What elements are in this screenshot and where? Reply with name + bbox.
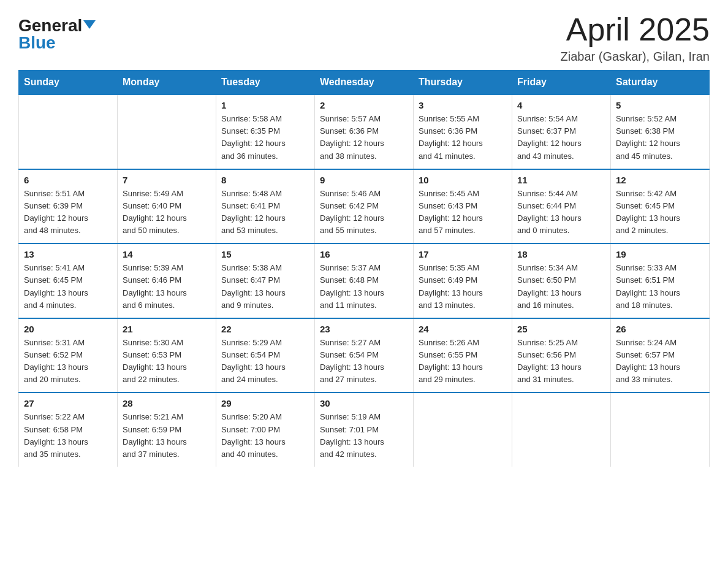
day-cell: 17Sunrise: 5:35 AM Sunset: 6:49 PM Dayli… (414, 243, 512, 318)
day-number: 10 (419, 175, 507, 185)
day-cell: 15Sunrise: 5:38 AM Sunset: 6:47 PM Dayli… (216, 243, 315, 318)
day-info: Sunrise: 5:21 AM Sunset: 6:59 PM Dayligh… (123, 411, 211, 461)
day-cell: 8Sunrise: 5:48 AM Sunset: 6:41 PM Daylig… (216, 169, 315, 244)
calendar-body: 1Sunrise: 5:58 AM Sunset: 6:35 PM Daylig… (19, 94, 710, 467)
day-info: Sunrise: 5:25 AM Sunset: 6:56 PM Dayligh… (517, 337, 605, 386)
day-info: Sunrise: 5:51 AM Sunset: 6:39 PM Dayligh… (24, 188, 112, 237)
day-number: 15 (221, 249, 309, 259)
day-info: Sunrise: 5:54 AM Sunset: 6:37 PM Dayligh… (517, 113, 605, 163)
day-number: 24 (419, 324, 507, 334)
day-number: 11 (517, 175, 605, 185)
calendar-table: SundayMondayTuesdayWednesdayThursdayFrid… (18, 70, 710, 467)
day-info: Sunrise: 5:24 AM Sunset: 6:57 PM Dayligh… (616, 337, 704, 386)
header-monday: Monday (118, 71, 216, 95)
day-number: 2 (320, 100, 408, 110)
logo-triangle-icon (83, 20, 96, 29)
day-info: Sunrise: 5:29 AM Sunset: 6:54 PM Dayligh… (221, 337, 309, 386)
day-info: Sunrise: 5:45 AM Sunset: 6:43 PM Dayligh… (419, 188, 507, 237)
logo-general-text: General (18, 17, 82, 34)
logo: General Blue (18, 17, 96, 52)
day-cell: 4Sunrise: 5:54 AM Sunset: 6:37 PM Daylig… (512, 94, 611, 169)
day-cell: 21Sunrise: 5:30 AM Sunset: 6:53 PM Dayli… (118, 318, 216, 393)
header-row: SundayMondayTuesdayWednesdayThursdayFrid… (19, 71, 710, 95)
day-number: 1 (221, 100, 309, 110)
day-info: Sunrise: 5:34 AM Sunset: 6:50 PM Dayligh… (517, 262, 605, 312)
day-cell (414, 393, 512, 467)
day-info: Sunrise: 5:19 AM Sunset: 7:01 PM Dayligh… (320, 411, 408, 461)
day-number: 13 (24, 249, 112, 259)
day-number: 23 (320, 324, 408, 334)
day-number: 17 (419, 249, 507, 259)
day-cell: 28Sunrise: 5:21 AM Sunset: 6:59 PM Dayli… (118, 393, 216, 467)
month-title: April 2025 (561, 12, 710, 47)
day-info: Sunrise: 5:41 AM Sunset: 6:45 PM Dayligh… (24, 262, 112, 312)
day-cell: 29Sunrise: 5:20 AM Sunset: 7:00 PM Dayli… (216, 393, 315, 467)
day-info: Sunrise: 5:33 AM Sunset: 6:51 PM Dayligh… (616, 262, 704, 312)
day-info: Sunrise: 5:42 AM Sunset: 6:45 PM Dayligh… (616, 188, 704, 237)
day-info: Sunrise: 5:35 AM Sunset: 6:49 PM Dayligh… (419, 262, 507, 312)
week-row-3: 13Sunrise: 5:41 AM Sunset: 6:45 PM Dayli… (19, 243, 710, 318)
week-row-5: 27Sunrise: 5:22 AM Sunset: 6:58 PM Dayli… (19, 393, 710, 467)
day-cell: 27Sunrise: 5:22 AM Sunset: 6:58 PM Dayli… (19, 393, 118, 467)
day-info: Sunrise: 5:27 AM Sunset: 6:54 PM Dayligh… (320, 337, 408, 386)
day-info: Sunrise: 5:39 AM Sunset: 6:46 PM Dayligh… (123, 262, 211, 312)
day-cell: 23Sunrise: 5:27 AM Sunset: 6:54 PM Dayli… (315, 318, 414, 393)
week-row-1: 1Sunrise: 5:58 AM Sunset: 6:35 PM Daylig… (19, 94, 710, 169)
day-number: 3 (419, 100, 507, 110)
day-cell: 25Sunrise: 5:25 AM Sunset: 6:56 PM Dayli… (512, 318, 611, 393)
day-cell (118, 94, 216, 169)
day-number: 25 (517, 324, 605, 334)
page-header: General Blue April 2025 Ziabar (Gaskar),… (18, 12, 710, 64)
day-number: 7 (123, 175, 211, 185)
day-cell: 24Sunrise: 5:26 AM Sunset: 6:55 PM Dayli… (414, 318, 512, 393)
day-number: 21 (123, 324, 211, 334)
header-thursday: Thursday (414, 71, 512, 95)
day-cell: 10Sunrise: 5:45 AM Sunset: 6:43 PM Dayli… (414, 169, 512, 244)
day-number: 12 (616, 175, 704, 185)
day-number: 18 (517, 249, 605, 259)
day-cell: 14Sunrise: 5:39 AM Sunset: 6:46 PM Dayli… (118, 243, 216, 318)
day-cell: 1Sunrise: 5:58 AM Sunset: 6:35 PM Daylig… (216, 94, 315, 169)
day-info: Sunrise: 5:38 AM Sunset: 6:47 PM Dayligh… (221, 262, 309, 312)
day-info: Sunrise: 5:26 AM Sunset: 6:55 PM Dayligh… (419, 337, 507, 386)
day-info: Sunrise: 5:49 AM Sunset: 6:40 PM Dayligh… (123, 188, 211, 237)
day-number: 4 (517, 100, 605, 110)
day-cell: 16Sunrise: 5:37 AM Sunset: 6:48 PM Dayli… (315, 243, 414, 318)
day-cell: 30Sunrise: 5:19 AM Sunset: 7:01 PM Dayli… (315, 393, 414, 467)
week-row-2: 6Sunrise: 5:51 AM Sunset: 6:39 PM Daylig… (19, 169, 710, 244)
day-cell: 2Sunrise: 5:57 AM Sunset: 6:36 PM Daylig… (315, 94, 414, 169)
day-info: Sunrise: 5:20 AM Sunset: 7:00 PM Dayligh… (221, 411, 309, 461)
day-number: 27 (24, 398, 112, 408)
day-cell: 22Sunrise: 5:29 AM Sunset: 6:54 PM Dayli… (216, 318, 315, 393)
day-number: 20 (24, 324, 112, 334)
day-info: Sunrise: 5:58 AM Sunset: 6:35 PM Dayligh… (221, 113, 309, 163)
day-info: Sunrise: 5:48 AM Sunset: 6:41 PM Dayligh… (221, 188, 309, 237)
week-row-4: 20Sunrise: 5:31 AM Sunset: 6:52 PM Dayli… (19, 318, 710, 393)
day-number: 5 (616, 100, 704, 110)
day-cell (512, 393, 611, 467)
day-number: 14 (123, 249, 211, 259)
day-cell: 18Sunrise: 5:34 AM Sunset: 6:50 PM Dayli… (512, 243, 611, 318)
day-info: Sunrise: 5:46 AM Sunset: 6:42 PM Dayligh… (320, 188, 408, 237)
logo-blue-text: Blue (18, 34, 56, 52)
day-number: 28 (123, 398, 211, 408)
day-cell: 11Sunrise: 5:44 AM Sunset: 6:44 PM Dayli… (512, 169, 611, 244)
day-number: 30 (320, 398, 408, 408)
title-section: April 2025 Ziabar (Gaskar), Gilan, Iran (561, 12, 710, 64)
day-info: Sunrise: 5:55 AM Sunset: 6:36 PM Dayligh… (419, 113, 507, 163)
day-number: 8 (221, 175, 309, 185)
day-cell: 7Sunrise: 5:49 AM Sunset: 6:40 PM Daylig… (118, 169, 216, 244)
day-info: Sunrise: 5:30 AM Sunset: 6:53 PM Dayligh… (123, 337, 211, 386)
header-sunday: Sunday (19, 71, 118, 95)
location-subtitle: Ziabar (Gaskar), Gilan, Iran (561, 50, 710, 64)
header-wednesday: Wednesday (315, 71, 414, 95)
day-cell: 19Sunrise: 5:33 AM Sunset: 6:51 PM Dayli… (611, 243, 710, 318)
day-info: Sunrise: 5:22 AM Sunset: 6:58 PM Dayligh… (24, 411, 112, 461)
day-cell: 26Sunrise: 5:24 AM Sunset: 6:57 PM Dayli… (611, 318, 710, 393)
day-number: 9 (320, 175, 408, 185)
day-cell: 5Sunrise: 5:52 AM Sunset: 6:38 PM Daylig… (611, 94, 710, 169)
day-cell: 6Sunrise: 5:51 AM Sunset: 6:39 PM Daylig… (19, 169, 118, 244)
day-info: Sunrise: 5:57 AM Sunset: 6:36 PM Dayligh… (320, 113, 408, 163)
day-cell: 20Sunrise: 5:31 AM Sunset: 6:52 PM Dayli… (19, 318, 118, 393)
day-cell (19, 94, 118, 169)
